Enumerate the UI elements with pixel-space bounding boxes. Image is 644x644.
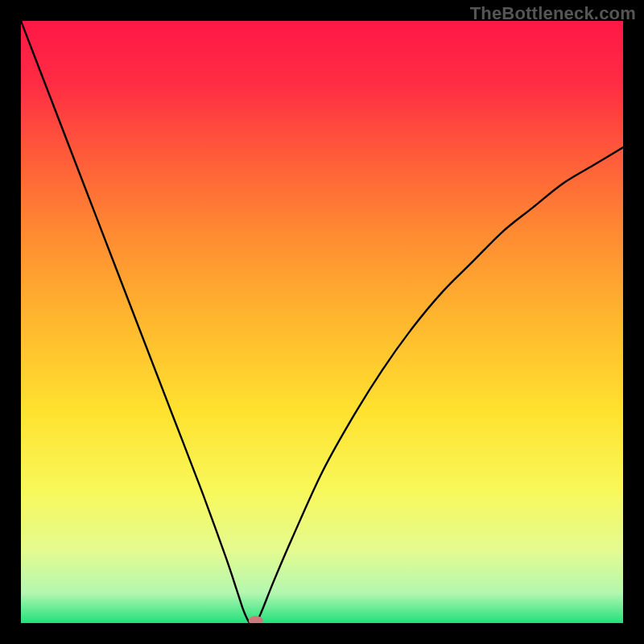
watermark-text: TheBottleneck.com bbox=[470, 3, 636, 24]
plot-area bbox=[21, 21, 623, 623]
chart-svg bbox=[21, 21, 623, 623]
gradient-background bbox=[21, 21, 623, 623]
chart-frame: TheBottleneck.com bbox=[0, 0, 644, 644]
